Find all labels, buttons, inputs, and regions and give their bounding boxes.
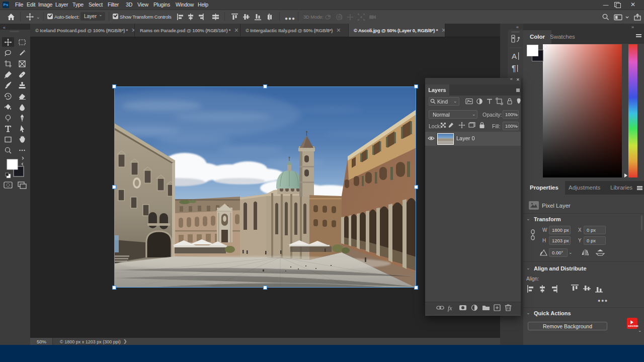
- svg-text:fx: fx: [448, 305, 452, 312]
- svg-text:¶: ¶: [512, 64, 516, 73]
- svg-text:A: A: [512, 52, 517, 60]
